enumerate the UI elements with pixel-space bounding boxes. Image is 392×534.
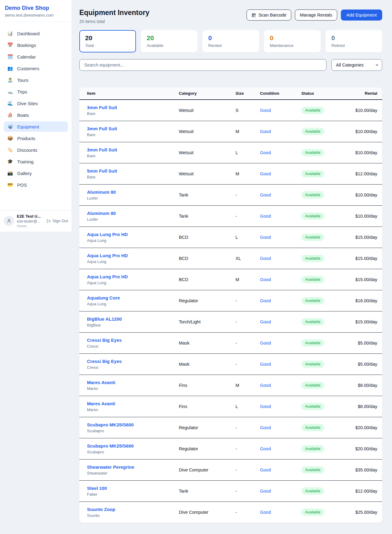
condition-link[interactable]: Good xyxy=(260,404,271,409)
item-name-link[interactable]: Steel 100 xyxy=(87,485,107,491)
category-select[interactable]: All Categories xyxy=(331,59,382,71)
sidebar-item-gallery[interactable]: 📸 Gallery xyxy=(4,168,68,178)
condition-link[interactable]: Good xyxy=(260,171,271,176)
add-equipment-button[interactable]: Add Equipment xyxy=(341,10,382,21)
sidebar-item-bookings[interactable]: 📅 Bookings xyxy=(4,40,68,50)
item-name-link[interactable]: Aqua Lung Pro HD xyxy=(87,231,128,237)
condition-link[interactable]: Good xyxy=(260,150,271,155)
table-row[interactable]: 3mm Full Suit Bare Wetsuit L Good Availa… xyxy=(79,142,382,163)
item-name-link[interactable]: Scubapro MK25/S600 xyxy=(87,443,134,449)
item-brand: BigBlue xyxy=(87,323,179,328)
item-name-link[interactable]: Aqua Lung Pro HD xyxy=(87,274,128,280)
sidebar-item-pos[interactable]: 💳 POS xyxy=(4,180,68,190)
item-name-link[interactable]: Suunto Zoop xyxy=(87,506,115,512)
sidebar-item-dive-sites[interactable]: 🌊 Dive Sites xyxy=(4,98,68,109)
search-input[interactable] xyxy=(79,59,326,71)
table-row[interactable]: Aluminum 80 Luxfer Tank - Good Available… xyxy=(79,185,382,206)
condition-link[interactable]: Good xyxy=(260,214,271,219)
condition-link[interactable]: Good xyxy=(260,383,271,388)
condition-link[interactable]: Good xyxy=(260,510,271,515)
status-badge: Available xyxy=(301,191,324,199)
sidebar-item-trips[interactable]: 🛥️ Trips xyxy=(4,86,68,97)
rental-price: $8.00/day xyxy=(358,383,377,388)
table-row[interactable]: Aqua Lung Pro HD Aqua Lung BCD L Good Av… xyxy=(79,227,382,248)
shop-name[interactable]: Demo Dive Shop xyxy=(5,5,67,11)
table-row[interactable]: Cressi Big Eyes Cressi Mask - Good Avail… xyxy=(79,354,382,375)
table-row[interactable]: Shearwater Peregrine Shearwater Dive Com… xyxy=(79,460,382,481)
table-row[interactable]: Steel 100 Faber Tank - Good Available $1… xyxy=(79,481,382,502)
item-name-link[interactable]: Scubapro MK25/S600 xyxy=(87,422,134,428)
sidebar-item-dashboard[interactable]: 📊 Dashboard xyxy=(4,28,68,39)
sidebar-item-products[interactable]: 📦 Products xyxy=(4,133,68,143)
table-row[interactable]: Aluminum 80 Luxfer Tank - Good Available… xyxy=(79,206,382,227)
table-row[interactable]: Mares Avanti Mares Fins M Good Available… xyxy=(79,375,382,396)
table-row[interactable]: 3mm Full Suit Bare Wetsuit S Good Availa… xyxy=(79,100,382,121)
diving-mask-icon: 🤿 xyxy=(7,124,13,129)
condition-link[interactable]: Good xyxy=(260,467,271,472)
item-size: M xyxy=(236,269,260,290)
condition-link[interactable]: Good xyxy=(260,193,271,197)
user-email: e2e-tester@... xyxy=(17,219,44,223)
table-row[interactable]: Mares Avanti Mares Fins L Good Available… xyxy=(79,396,382,417)
stat-card-retired[interactable]: 0 Retired xyxy=(326,30,382,52)
sidebar-item-label: Dive Sites xyxy=(17,101,38,106)
sign-out-button[interactable]: Sign Out xyxy=(47,219,68,223)
stat-card-rented[interactable]: 0 Rented xyxy=(202,30,259,52)
table-row[interactable]: 5mm Full Suit Bare Wetsuit M Good Availa… xyxy=(79,163,382,185)
table-row[interactable]: Scubapro MK25/S600 Scubapro Regulator - … xyxy=(79,438,382,460)
sidebar-item-boats[interactable]: ⛵ Boats xyxy=(4,110,68,120)
item-name-link[interactable]: Aluminum 80 xyxy=(87,210,116,216)
condition-link[interactable]: Good xyxy=(260,235,271,240)
condition-link[interactable]: Good xyxy=(260,425,271,430)
user-name: E2E Test U... xyxy=(17,214,44,219)
condition-link[interactable]: Good xyxy=(260,129,271,134)
item-name-link[interactable]: Shearwater Peregrine xyxy=(87,464,134,470)
table-row[interactable]: Aqua Lung Pro HD Aqua Lung BCD XL Good A… xyxy=(79,248,382,269)
manage-rentals-button[interactable]: Manage Rentals xyxy=(295,10,337,21)
item-name-link[interactable]: Mares Avanti xyxy=(87,380,115,385)
table-row[interactable]: Aqualung Core Aqua Lung Regulator - Good… xyxy=(79,290,382,311)
item-name-link[interactable]: Aqua Lung Pro HD xyxy=(87,253,128,258)
item-name-link[interactable]: BigBlue AL1200 xyxy=(87,316,122,322)
brand-block: Demo Dive Shop demo.test.divestreams.com xyxy=(0,0,72,22)
col-header-status: Status xyxy=(301,87,347,100)
item-name-link[interactable]: 3mm Full Suit xyxy=(87,147,117,153)
sidebar-item-tours[interactable]: 🏝️ Tours xyxy=(4,75,68,85)
table-row[interactable]: Scubapro MK25/S600 Scubapro Regulator - … xyxy=(79,417,382,438)
item-name-link[interactable]: Mares Avanti xyxy=(87,401,115,406)
sidebar-item-training[interactable]: 🎓 Training xyxy=(4,156,68,167)
sidebar-item-calendar[interactable]: 🗓️ Calendar xyxy=(4,51,68,62)
condition-link[interactable]: Good xyxy=(260,362,271,367)
stat-card-maintenance[interactable]: 0 Maintenance xyxy=(264,30,321,52)
stat-card-available[interactable]: 20 Available xyxy=(141,30,198,52)
table-row[interactable]: Suunto Zoop Suunto Dive Computer - Good … xyxy=(79,502,382,523)
sidebar-item-discounts[interactable]: 🏷️ Discounts xyxy=(4,145,68,155)
item-name-link[interactable]: Cressi Big Eyes xyxy=(87,358,122,364)
status-badge: Available xyxy=(301,403,324,410)
graduation-cap-icon: 🎓 xyxy=(7,159,13,164)
item-name-link[interactable]: Aluminum 80 xyxy=(87,189,116,195)
sidebar-item-equipment[interactable]: 🤿 Equipment xyxy=(4,121,68,132)
stat-card-total[interactable]: 20 Total xyxy=(79,30,136,52)
item-name-link[interactable]: Cressi Big Eyes xyxy=(87,337,122,343)
main-content: Equipment Inventory 20 items total Scan … xyxy=(72,0,392,523)
sidebar-item-customers[interactable]: 👥 Customers xyxy=(4,63,68,74)
item-name-link[interactable]: Aqualung Core xyxy=(87,295,120,301)
condition-link[interactable]: Good xyxy=(260,489,271,494)
condition-link[interactable]: Good xyxy=(260,256,271,261)
scan-barcode-button[interactable]: Scan Barcode xyxy=(247,10,291,21)
table-row[interactable]: 3mm Full Suit Bare Wetsuit M Good Availa… xyxy=(79,121,382,142)
table-row[interactable]: Cressi Big Eyes Cressi Mask - Good Avail… xyxy=(79,333,382,354)
item-name-link[interactable]: 3mm Full Suit xyxy=(87,126,117,132)
item-name-link[interactable]: 5mm Full Suit xyxy=(87,168,117,174)
table-row[interactable]: Aqua Lung Pro HD Aqua Lung BCD M Good Av… xyxy=(79,269,382,290)
condition-link[interactable]: Good xyxy=(260,341,271,345)
condition-link[interactable]: Good xyxy=(260,108,271,113)
item-name-link[interactable]: 3mm Full Suit xyxy=(87,105,117,110)
condition-link[interactable]: Good xyxy=(260,277,271,282)
condition-link[interactable]: Good xyxy=(260,298,271,303)
status-badge: Available xyxy=(301,445,324,452)
table-row[interactable]: BigBlue AL1200 BigBlue Torch/Light - Goo… xyxy=(79,311,382,333)
condition-link[interactable]: Good xyxy=(260,319,271,324)
condition-link[interactable]: Good xyxy=(260,446,271,451)
